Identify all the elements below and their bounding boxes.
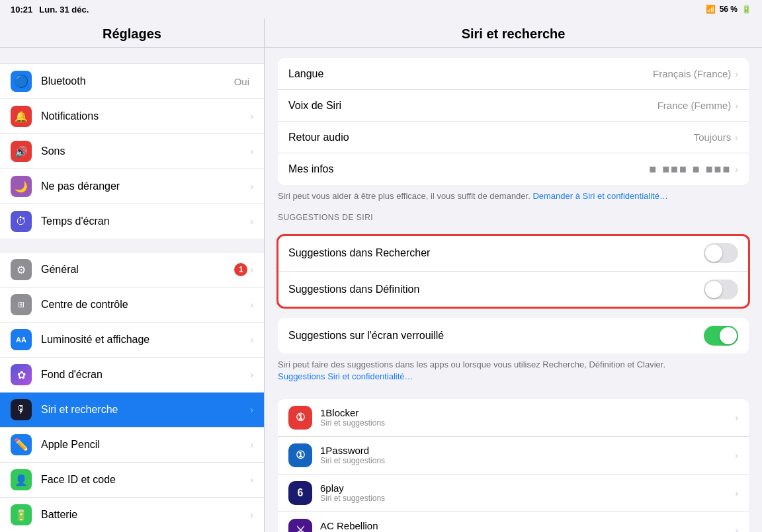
sidebar-label-ne-pas-deranger: Ne pas déranger xyxy=(41,180,250,192)
suggestions-definition-toggle[interactable] xyxy=(704,280,738,299)
sidebar-label-apple-pencil: Apple Pencil xyxy=(41,439,250,451)
sidebar-group-1: 🔵 Bluetooth Oui 🔔 Notifications › 🔊 Sons… xyxy=(0,63,264,239)
voix-siri-value: France (Femme) xyxy=(657,100,732,111)
sidebar-item-ne-pas-deranger[interactable]: 🌙 Ne pas déranger › xyxy=(0,169,264,204)
suggestions-rechercher-label: Suggestions dans Rechercher xyxy=(288,247,704,259)
date: Lun. 31 déc. xyxy=(39,5,89,15)
row-langue[interactable]: Langue Français (France) › xyxy=(278,58,749,90)
langue-label: Langue xyxy=(288,68,653,80)
sidebar-item-temps-ecran[interactable]: ⏱ Temps d'écran › xyxy=(0,204,264,239)
row-retour-audio[interactable]: Retour audio Toujours › xyxy=(278,122,749,153)
suggestions-rechercher-toggle[interactable] xyxy=(704,243,738,263)
sidebar-label-notifications: Notifications xyxy=(41,110,250,122)
1password-name: 1Password xyxy=(320,445,735,456)
sidebar-item-general[interactable]: ⚙ Général 1 › xyxy=(0,252,264,287)
sons-icon: 🔊 xyxy=(11,141,32,162)
1blocker-name: 1Blocker xyxy=(320,407,735,418)
battery-level: 56 % xyxy=(720,5,738,14)
sidebar-label-temps-ecran: Temps d'écran xyxy=(41,215,250,227)
suggestions-ecran-label: Suggestions sur l'écran verrouillé xyxy=(288,330,704,342)
retour-audio-value: Toujours xyxy=(694,132,732,143)
general-icon: ⚙ xyxy=(11,259,32,280)
siri-info-text: Siri peut vous aider à être plus efficac… xyxy=(265,185,762,208)
row-mes-infos[interactable]: Mes infos ■ ■■■ ■ ■■■ › xyxy=(278,153,749,185)
1password-sub: Siri et suggestions xyxy=(320,456,735,465)
sidebar-label-face-id: Face ID et code xyxy=(41,474,250,486)
suggestions-highlighted-group: Suggestions dans Rechercher Suggestions … xyxy=(278,235,749,307)
app-row-ac-rebellion[interactable]: ⚔ AC Rebellion Siri et suggestions › xyxy=(278,512,749,532)
langue-value: Français (France) xyxy=(653,68,731,79)
retour-audio-label: Retour audio xyxy=(288,132,694,143)
suggestions-ecran-toggle[interactable] xyxy=(704,326,738,346)
sidebar-label-general: Général xyxy=(41,264,234,276)
time: 10:21 xyxy=(11,5,32,15)
ac-rebellion-name: AC Rebellion xyxy=(320,520,735,531)
6play-sub: Siri et suggestions xyxy=(320,494,735,503)
row-suggestions-ecran[interactable]: Suggestions sur l'écran verrouillé xyxy=(278,318,749,354)
6play-name: 6play xyxy=(320,482,735,494)
sidebar-label-bluetooth: Bluetooth xyxy=(41,75,234,87)
1password-icon: ① xyxy=(288,443,312,467)
app-row-1blocker[interactable]: ① 1Blocker Siri et suggestions › xyxy=(278,399,749,437)
sidebar-item-apple-pencil[interactable]: ✏️ Apple Pencil › xyxy=(0,428,264,463)
sidebar-item-luminosite[interactable]: AA Luminosité et affichage › xyxy=(0,323,264,358)
voix-siri-label: Voix de Siri xyxy=(288,100,657,112)
sidebar-item-centre-controle[interactable]: ⊞ Centre de contrôle › xyxy=(0,287,264,323)
notifications-icon: 🔔 xyxy=(11,106,32,127)
row-suggestions-definition[interactable]: Suggestions dans Définition xyxy=(278,272,749,307)
batterie-icon: 🔋 xyxy=(11,504,32,525)
sidebar-item-fond-ecran[interactable]: ✿ Fond d'écran › xyxy=(0,358,264,393)
suggestions-definition-label: Suggestions dans Définition xyxy=(288,284,704,295)
siri-info-link[interactable]: Demander à Siri et confidentialité… xyxy=(532,191,668,201)
sidebar-group-2: ⚙ Général 1 › ⊞ Centre de contrôle › AA … xyxy=(0,252,264,532)
content-title: Siri et recherche xyxy=(265,19,762,48)
sidebar-label-batterie: Batterie xyxy=(41,509,250,521)
1blocker-icon: ① xyxy=(288,406,312,430)
sidebar-label-centre-controle: Centre de contrôle xyxy=(41,299,250,311)
luminosite-icon: AA xyxy=(11,329,32,350)
sidebar-label-sons: Sons xyxy=(41,145,250,157)
sidebar-title: Réglages xyxy=(0,19,264,48)
temps-ecran-icon: ⏱ xyxy=(11,211,32,232)
content-panel: Siri et recherche Langue Français (Franc… xyxy=(265,19,762,532)
suggestions-link[interactable]: Suggestions Siri et confidentialité… xyxy=(278,371,413,381)
face-id-icon: 👤 xyxy=(11,469,32,490)
6play-icon: 6 xyxy=(288,481,312,505)
siri-icon: 🎙 xyxy=(11,399,32,420)
suggestions-section-label: SUGGESTIONS DE SIRI xyxy=(265,208,762,225)
sidebar-label-siri: Siri et recherche xyxy=(41,404,250,416)
sidebar-label-luminosite: Luminosité et affichage xyxy=(41,334,250,346)
fond-ecran-icon: ✿ xyxy=(11,364,32,385)
app-row-6play[interactable]: 6 6play Siri et suggestions › xyxy=(278,475,749,512)
sidebar-item-notifications[interactable]: 🔔 Notifications › xyxy=(0,99,264,134)
row-voix-siri[interactable]: Voix de Siri France (Femme) › xyxy=(278,90,749,122)
top-rows-group: Langue Français (France) › Voix de Siri … xyxy=(278,58,749,185)
ne-pas-deranger-icon: 🌙 xyxy=(11,176,32,197)
sidebar-item-siri[interactable]: 🎙 Siri et recherche › xyxy=(0,393,264,428)
battery-icon: 🔋 xyxy=(741,5,751,14)
1blocker-sub: Siri et suggestions xyxy=(320,418,735,428)
sidebar-item-face-id[interactable]: 👤 Face ID et code › xyxy=(0,463,264,498)
bluetooth-icon: 🔵 xyxy=(11,71,32,92)
row-suggestions-rechercher[interactable]: Suggestions dans Rechercher xyxy=(278,235,749,272)
sidebar-item-sons[interactable]: 🔊 Sons › xyxy=(0,134,264,169)
suggestions-ecran-group: Suggestions sur l'écran verrouillé xyxy=(278,318,749,354)
apple-pencil-icon: ✏️ xyxy=(11,434,32,455)
wifi-icon: 📶 xyxy=(706,5,716,14)
ac-rebellion-icon: ⚔ xyxy=(288,519,312,532)
mes-infos-label: Mes infos xyxy=(288,163,649,175)
sidebar: Réglages 🔵 Bluetooth Oui 🔔 Notifications… xyxy=(0,19,265,532)
mes-infos-value: ■ ■■■ ■ ■■■ xyxy=(649,163,731,176)
sidebar-item-bluetooth[interactable]: 🔵 Bluetooth Oui xyxy=(0,63,264,99)
centre-controle-icon: ⊞ xyxy=(11,294,32,315)
apps-group: ① 1Blocker Siri et suggestions › ① 1Pass… xyxy=(278,399,749,532)
general-badge: 1 xyxy=(234,263,247,276)
suggestions-info-text: Siri peut faire des suggestions dans les… xyxy=(265,354,762,388)
app-row-1password[interactable]: ① 1Password Siri et suggestions › xyxy=(278,437,749,475)
status-bar: 10:21 Lun. 31 déc. 📶 56 % 🔋 xyxy=(0,0,762,19)
sidebar-item-batterie[interactable]: 🔋 Batterie › xyxy=(0,498,264,532)
sidebar-label-fond-ecran: Fond d'écran xyxy=(41,369,250,381)
